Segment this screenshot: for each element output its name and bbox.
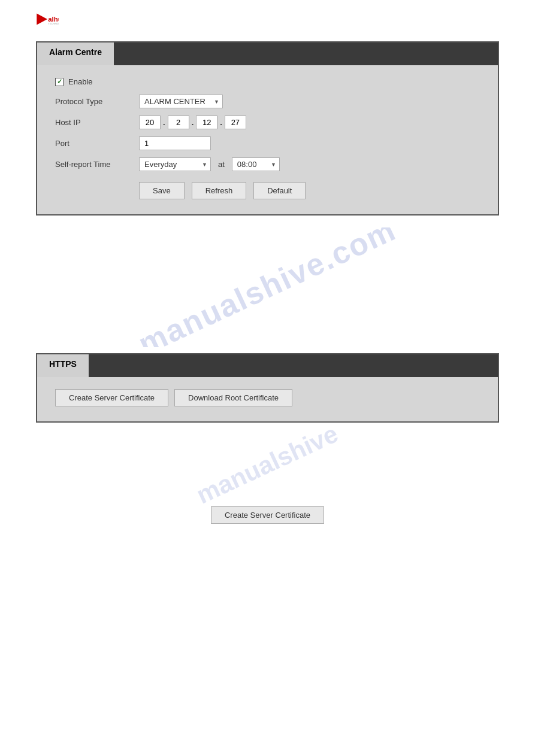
https-title: HTTPS xyxy=(49,359,77,369)
bottom-create-server-cert-button[interactable]: Create Server Certificate xyxy=(211,506,324,524)
host-ip-octet1[interactable] xyxy=(139,116,161,129)
self-report-row: Self-report Time Everyday Monday Tuesday… xyxy=(55,157,480,171)
alarm-centre-header: Alarm Centre xyxy=(37,42,498,65)
time-select[interactable]: 08:00 09:00 10:00 11:00 12:00 xyxy=(232,157,280,171)
create-server-cert-button[interactable]: Create Server Certificate xyxy=(55,389,168,406)
protocol-type-row: Protocol Type ALARM CENTER SIA CID xyxy=(55,95,480,108)
alarm-centre-tab: Alarm Centre xyxy=(37,42,114,65)
https-body: Create Server Certificate Download Root … xyxy=(37,377,498,421)
download-root-cert-button[interactable]: Download Root Certificate xyxy=(174,389,292,406)
watermark-2: manualshive xyxy=(0,435,535,494)
port-row: Port xyxy=(55,136,480,150)
refresh-button[interactable]: Refresh xyxy=(192,182,247,199)
protocol-type-select[interactable]: ALARM CENTER SIA CID xyxy=(139,95,223,108)
ip-dot-1: . xyxy=(163,118,165,127)
bottom-btn-area: Create Server Certificate xyxy=(0,494,535,542)
self-report-control: Everyday Monday Tuesday Wednesday Thursd… xyxy=(139,157,280,171)
svg-text:TECHNOLOGY: TECHNOLOGY xyxy=(48,23,59,25)
brand-logo: alhua TECHNOLOGY xyxy=(36,11,59,28)
host-ip-label: Host IP xyxy=(55,118,139,127)
watermark-text-1: manualshive.com xyxy=(132,227,403,347)
logo-area: alhua TECHNOLOGY xyxy=(0,0,535,35)
self-report-select-wrapper[interactable]: Everyday Monday Tuesday Wednesday Thursd… xyxy=(139,157,211,171)
host-ip-row: Host IP . . . xyxy=(55,116,480,129)
https-header: HTTPS xyxy=(37,354,498,377)
protocol-type-select-wrapper[interactable]: ALARM CENTER SIA CID xyxy=(139,95,223,108)
save-button[interactable]: Save xyxy=(139,182,185,199)
https-panel: HTTPS Create Server Certificate Download… xyxy=(36,353,499,423)
watermark-1: manualshive.com xyxy=(0,227,535,347)
alarm-centre-panel: Alarm Centre Enable Protocol Type ALARM … xyxy=(36,41,499,215)
svg-marker-0 xyxy=(37,14,47,25)
host-ip-octet2[interactable] xyxy=(168,116,189,129)
enable-checkbox[interactable] xyxy=(55,78,64,86)
host-ip-control: . . . xyxy=(139,116,246,129)
ip-dot-3: . xyxy=(220,118,222,127)
port-input[interactable] xyxy=(139,136,211,150)
ip-dot-2: . xyxy=(192,118,194,127)
svg-text:alhua: alhua xyxy=(48,16,59,23)
self-report-select[interactable]: Everyday Monday Tuesday Wednesday Thursd… xyxy=(139,157,211,171)
time-select-wrapper[interactable]: 08:00 09:00 10:00 11:00 12:00 xyxy=(232,157,280,171)
port-label: Port xyxy=(55,139,139,148)
port-control xyxy=(139,136,211,150)
alarm-centre-body: Enable Protocol Type ALARM CENTER SIA CI… xyxy=(37,65,498,214)
dahua-logo-icon: alhua TECHNOLOGY xyxy=(36,11,59,28)
https-tab: HTTPS xyxy=(37,354,89,377)
default-button[interactable]: Default xyxy=(253,182,306,199)
protocol-type-label: Protocol Type xyxy=(55,97,139,106)
alarm-centre-title: Alarm Centre xyxy=(49,47,102,57)
host-ip-octet4[interactable] xyxy=(225,116,246,129)
alarm-centre-btn-row: Save Refresh Default xyxy=(55,182,480,199)
host-ip-octet3[interactable] xyxy=(196,116,217,129)
protocol-type-control: ALARM CENTER SIA CID xyxy=(139,95,223,108)
self-report-label: Self-report Time xyxy=(55,160,139,169)
enable-label: Enable xyxy=(68,77,92,86)
at-label: at xyxy=(218,160,225,169)
enable-row: Enable xyxy=(55,77,480,86)
